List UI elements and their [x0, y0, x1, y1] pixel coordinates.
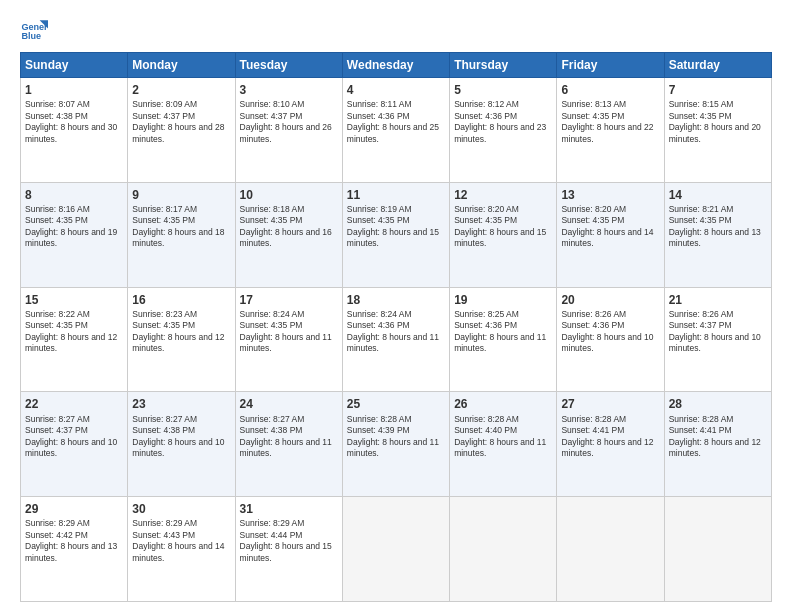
table-row: 21Sunrise: 8:26 AMSunset: 4:37 PMDayligh… [664, 287, 771, 392]
table-row: 26Sunrise: 8:28 AMSunset: 4:40 PMDayligh… [450, 392, 557, 497]
table-row: 27Sunrise: 8:28 AMSunset: 4:41 PMDayligh… [557, 392, 664, 497]
table-row: 19Sunrise: 8:25 AMSunset: 4:36 PMDayligh… [450, 287, 557, 392]
table-row: 7Sunrise: 8:15 AMSunset: 4:35 PMDaylight… [664, 78, 771, 183]
table-row: 5Sunrise: 8:12 AMSunset: 4:36 PMDaylight… [450, 78, 557, 183]
table-row: 15Sunrise: 8:22 AMSunset: 4:35 PMDayligh… [21, 287, 128, 392]
col-header-thursday: Thursday [450, 53, 557, 78]
logo: General Blue [20, 16, 48, 44]
table-row: 20Sunrise: 8:26 AMSunset: 4:36 PMDayligh… [557, 287, 664, 392]
table-row [557, 497, 664, 602]
table-row: 8Sunrise: 8:16 AMSunset: 4:35 PMDaylight… [21, 182, 128, 287]
table-row: 18Sunrise: 8:24 AMSunset: 4:36 PMDayligh… [342, 287, 449, 392]
table-row [664, 497, 771, 602]
table-row: 4Sunrise: 8:11 AMSunset: 4:36 PMDaylight… [342, 78, 449, 183]
table-row: 24Sunrise: 8:27 AMSunset: 4:38 PMDayligh… [235, 392, 342, 497]
col-header-wednesday: Wednesday [342, 53, 449, 78]
col-header-sunday: Sunday [21, 53, 128, 78]
svg-text:Blue: Blue [21, 31, 41, 41]
table-row: 28Sunrise: 8:28 AMSunset: 4:41 PMDayligh… [664, 392, 771, 497]
col-header-saturday: Saturday [664, 53, 771, 78]
table-row: 16Sunrise: 8:23 AMSunset: 4:35 PMDayligh… [128, 287, 235, 392]
table-row: 2Sunrise: 8:09 AMSunset: 4:37 PMDaylight… [128, 78, 235, 183]
table-row: 3Sunrise: 8:10 AMSunset: 4:37 PMDaylight… [235, 78, 342, 183]
table-row: 23Sunrise: 8:27 AMSunset: 4:38 PMDayligh… [128, 392, 235, 497]
calendar-table: SundayMondayTuesdayWednesdayThursdayFrid… [20, 52, 772, 602]
table-row: 12Sunrise: 8:20 AMSunset: 4:35 PMDayligh… [450, 182, 557, 287]
header: General Blue [20, 16, 772, 44]
table-row: 22Sunrise: 8:27 AMSunset: 4:37 PMDayligh… [21, 392, 128, 497]
table-row: 13Sunrise: 8:20 AMSunset: 4:35 PMDayligh… [557, 182, 664, 287]
table-row: 14Sunrise: 8:21 AMSunset: 4:35 PMDayligh… [664, 182, 771, 287]
table-row: 6Sunrise: 8:13 AMSunset: 4:35 PMDaylight… [557, 78, 664, 183]
table-row: 9Sunrise: 8:17 AMSunset: 4:35 PMDaylight… [128, 182, 235, 287]
col-header-tuesday: Tuesday [235, 53, 342, 78]
table-row: 11Sunrise: 8:19 AMSunset: 4:35 PMDayligh… [342, 182, 449, 287]
table-row: 1Sunrise: 8:07 AMSunset: 4:38 PMDaylight… [21, 78, 128, 183]
table-row: 25Sunrise: 8:28 AMSunset: 4:39 PMDayligh… [342, 392, 449, 497]
col-header-friday: Friday [557, 53, 664, 78]
table-row [342, 497, 449, 602]
table-row [450, 497, 557, 602]
table-row: 31Sunrise: 8:29 AMSunset: 4:44 PMDayligh… [235, 497, 342, 602]
table-row: 30Sunrise: 8:29 AMSunset: 4:43 PMDayligh… [128, 497, 235, 602]
col-header-monday: Monday [128, 53, 235, 78]
table-row: 29Sunrise: 8:29 AMSunset: 4:42 PMDayligh… [21, 497, 128, 602]
table-row: 17Sunrise: 8:24 AMSunset: 4:35 PMDayligh… [235, 287, 342, 392]
table-row: 10Sunrise: 8:18 AMSunset: 4:35 PMDayligh… [235, 182, 342, 287]
